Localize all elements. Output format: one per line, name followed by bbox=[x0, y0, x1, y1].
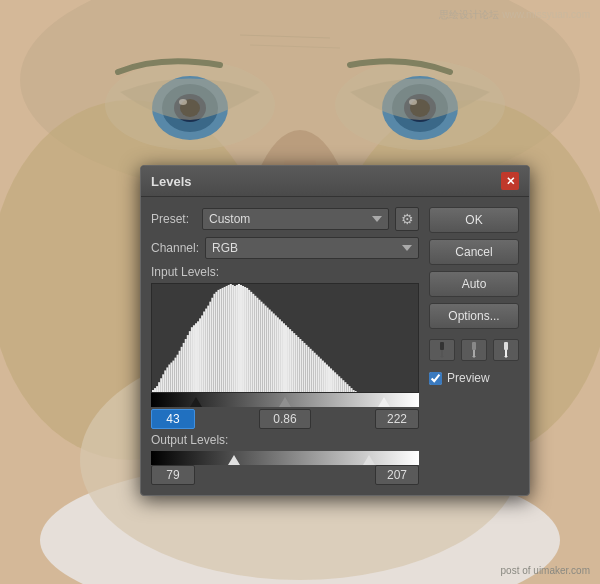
dialog-titlebar: Levels ✕ bbox=[141, 166, 529, 197]
svg-rect-52 bbox=[213, 294, 215, 392]
svg-rect-79 bbox=[269, 310, 271, 392]
output-white-slider[interactable] bbox=[363, 455, 375, 465]
output-values-row bbox=[151, 465, 419, 485]
input-black-value[interactable] bbox=[151, 409, 195, 429]
svg-rect-72 bbox=[254, 296, 256, 392]
gear-button[interactable]: ⚙ bbox=[395, 207, 419, 231]
svg-rect-122 bbox=[440, 342, 444, 350]
svg-rect-36 bbox=[181, 347, 183, 392]
svg-rect-126 bbox=[473, 350, 475, 356]
svg-rect-70 bbox=[250, 292, 252, 392]
svg-rect-125 bbox=[472, 342, 476, 350]
svg-rect-55 bbox=[220, 289, 222, 392]
svg-rect-90 bbox=[291, 331, 293, 392]
svg-rect-87 bbox=[285, 325, 287, 392]
eyedropper-row bbox=[429, 339, 519, 361]
channel-select[interactable]: RGB bbox=[205, 237, 419, 259]
svg-rect-57 bbox=[224, 287, 226, 392]
input-mid-slider[interactable] bbox=[279, 397, 291, 407]
watermark: 思绘设计论坛 www.missyuan.com bbox=[439, 8, 590, 22]
svg-rect-105 bbox=[322, 361, 324, 392]
svg-rect-23 bbox=[154, 388, 156, 392]
output-black-slider[interactable] bbox=[228, 455, 240, 465]
svg-rect-38 bbox=[185, 339, 187, 392]
svg-rect-96 bbox=[303, 343, 305, 392]
preset-select[interactable]: Custom bbox=[202, 208, 389, 230]
svg-rect-60 bbox=[230, 284, 232, 392]
input-black-slider[interactable] bbox=[190, 397, 202, 407]
svg-rect-41 bbox=[191, 327, 193, 392]
svg-rect-68 bbox=[246, 288, 248, 392]
dialog-right-panel: OK Cancel Auto Options... bbox=[429, 207, 519, 485]
svg-rect-103 bbox=[318, 357, 320, 392]
svg-rect-107 bbox=[326, 365, 328, 392]
levels-dialog: Levels ✕ Preset: Custom ⚙ Channel: RGB bbox=[140, 165, 530, 496]
svg-rect-39 bbox=[187, 335, 189, 392]
output-white-value[interactable] bbox=[375, 465, 419, 485]
preview-row: Preview bbox=[429, 371, 519, 385]
svg-rect-34 bbox=[177, 355, 179, 392]
svg-rect-129 bbox=[505, 350, 507, 356]
svg-rect-47 bbox=[203, 311, 205, 392]
svg-rect-37 bbox=[183, 343, 185, 392]
svg-rect-100 bbox=[312, 351, 314, 392]
ok-button[interactable]: OK bbox=[429, 207, 519, 233]
svg-rect-99 bbox=[310, 349, 312, 392]
svg-rect-53 bbox=[215, 292, 217, 392]
svg-rect-106 bbox=[324, 363, 326, 392]
histogram-section: Input Levels: bbox=[151, 265, 419, 429]
auto-button[interactable]: Auto bbox=[429, 271, 519, 297]
svg-rect-31 bbox=[170, 363, 172, 392]
svg-rect-49 bbox=[207, 306, 209, 392]
output-section: Output Levels: bbox=[151, 433, 419, 485]
cancel-button[interactable]: Cancel bbox=[429, 239, 519, 265]
output-slider-track[interactable] bbox=[151, 451, 419, 465]
eyedropper-white-icon bbox=[499, 342, 513, 358]
svg-rect-28 bbox=[164, 370, 166, 392]
histogram-box bbox=[151, 283, 419, 393]
svg-rect-45 bbox=[199, 318, 201, 392]
eyedropper-gray-button[interactable] bbox=[461, 339, 487, 361]
eyedropper-gray-icon bbox=[467, 342, 481, 358]
svg-rect-118 bbox=[348, 386, 350, 392]
preview-checkbox[interactable] bbox=[429, 372, 442, 385]
svg-rect-44 bbox=[197, 321, 199, 392]
svg-rect-117 bbox=[346, 384, 348, 392]
eyedropper-white-button[interactable] bbox=[493, 339, 519, 361]
svg-rect-84 bbox=[279, 319, 281, 392]
svg-rect-50 bbox=[209, 302, 211, 392]
svg-rect-94 bbox=[299, 339, 301, 392]
svg-rect-42 bbox=[193, 325, 195, 392]
svg-rect-120 bbox=[353, 390, 355, 392]
svg-rect-76 bbox=[262, 304, 264, 392]
svg-rect-30 bbox=[168, 365, 170, 392]
options-button[interactable]: Options... bbox=[429, 303, 519, 329]
close-button[interactable]: ✕ bbox=[501, 172, 519, 190]
preset-label: Preset: bbox=[151, 212, 196, 226]
svg-rect-29 bbox=[166, 367, 168, 392]
svg-rect-58 bbox=[226, 286, 228, 392]
input-white-value[interactable] bbox=[375, 409, 419, 429]
svg-rect-67 bbox=[244, 287, 246, 392]
eyedropper-black-button[interactable] bbox=[429, 339, 455, 361]
dialog-title: Levels bbox=[151, 174, 191, 189]
gear-icon: ⚙ bbox=[401, 211, 414, 227]
svg-rect-114 bbox=[340, 378, 342, 392]
output-black-value[interactable] bbox=[151, 465, 195, 485]
svg-rect-63 bbox=[236, 285, 238, 392]
svg-rect-78 bbox=[267, 308, 269, 392]
svg-rect-101 bbox=[314, 353, 316, 392]
input-white-slider[interactable] bbox=[378, 397, 390, 407]
input-slider-container bbox=[151, 393, 419, 407]
svg-rect-81 bbox=[273, 313, 275, 392]
channel-row: Channel: RGB bbox=[151, 237, 419, 259]
svg-rect-69 bbox=[248, 290, 250, 392]
svg-rect-22 bbox=[152, 390, 154, 392]
svg-rect-43 bbox=[195, 323, 197, 392]
input-mid-value[interactable] bbox=[259, 409, 311, 429]
svg-rect-110 bbox=[332, 370, 334, 392]
preview-label: Preview bbox=[447, 371, 490, 385]
svg-rect-86 bbox=[283, 323, 285, 392]
watermark-text2: www.missyuan.com bbox=[502, 9, 590, 20]
dialog-left-panel: Preset: Custom ⚙ Channel: RGB Input Leve… bbox=[151, 207, 419, 485]
